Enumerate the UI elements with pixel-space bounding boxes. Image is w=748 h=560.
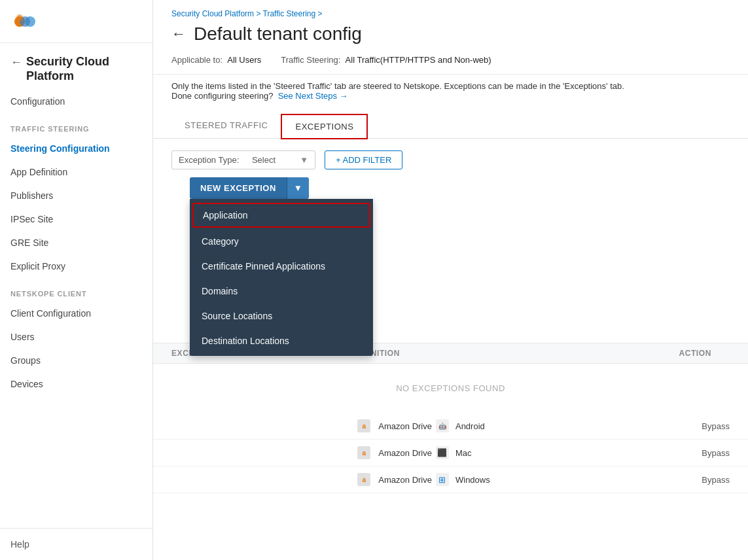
traffic-steering-meta: Traffic Steering: All Traffic(HTTP/HTTPS… bbox=[281, 55, 491, 65]
new-exception-area: NEW EXCEPTION ▼ Application Category Cer… bbox=[153, 177, 748, 199]
new-exception-button[interactable]: NEW EXCEPTION bbox=[190, 177, 287, 199]
sidebar-item-devices[interactable]: Devices bbox=[0, 372, 152, 396]
os-name-2: Mac bbox=[455, 448, 472, 458]
page-meta: Applicable to: All Users Traffic Steerin… bbox=[153, 51, 748, 74]
sidebar: ← Security Cloud Platform Configuration … bbox=[0, 0, 153, 560]
traffic-steering-section-label: TRAFFIC STEERING bbox=[0, 113, 152, 137]
new-exception-caret-button[interactable]: ▼ bbox=[287, 177, 309, 199]
amazon-drive-icon-3: a bbox=[357, 473, 370, 486]
sidebar-item-groups[interactable]: Groups bbox=[0, 349, 152, 372]
tab-steered-traffic[interactable]: STEERED TRAFFIC bbox=[171, 114, 281, 138]
netskope-logo-icon bbox=[13, 12, 43, 33]
col-action-header: ACTION bbox=[622, 349, 730, 358]
dropdown-item-application[interactable]: Application bbox=[192, 203, 370, 228]
main-content: Security Cloud Platform > Traffic Steeri… bbox=[153, 0, 748, 560]
breadcrumb: Security Cloud Platform > Traffic Steeri… bbox=[153, 0, 748, 21]
page-back-arrow-icon[interactable]: ← bbox=[171, 26, 186, 43]
amazon-drive-icon-1: a bbox=[357, 419, 370, 432]
sidebar-item-users[interactable]: Users bbox=[0, 325, 152, 349]
sidebar-item-publishers[interactable]: Publishers bbox=[0, 184, 152, 207]
caret-down-icon: ▼ bbox=[294, 183, 302, 193]
dropdown-item-category[interactable]: Category bbox=[190, 229, 373, 254]
sidebar-item-app-definition[interactable]: App Definition bbox=[0, 160, 152, 184]
sidebar-traffic-steering-section: TRAFFIC STEERING Steering Configuration … bbox=[0, 113, 152, 278]
next-steps-link[interactable]: See Next Steps → bbox=[278, 91, 348, 101]
definition-cell-2: a Amazon Drive ⬛ Mac bbox=[357, 446, 637, 459]
table-row: a Amazon Drive ⬛ Mac Bypass bbox=[153, 440, 748, 466]
table-area: EXCEPTION DEFINITION ACTION NO EXCEPTION… bbox=[153, 343, 748, 560]
netskope-client-section-label: NETSKOPE CLIENT bbox=[0, 278, 152, 302]
sidebar-back-button[interactable]: ← Security Cloud Platform bbox=[0, 43, 152, 90]
definition-cell-1: a Amazon Drive 🤖 Android bbox=[357, 419, 637, 432]
dropdown-item-source-locations[interactable]: Source Locations bbox=[190, 304, 373, 328]
page-header: ← Default tenant config bbox=[153, 21, 748, 51]
exception-type-label: Exception Type: bbox=[179, 155, 239, 165]
sidebar-item-gre-site[interactable]: GRE Site bbox=[0, 231, 152, 254]
sidebar-item-steering-configuration[interactable]: Steering Configuration bbox=[0, 137, 152, 160]
tab-exceptions[interactable]: EXCEPTIONS bbox=[281, 114, 368, 139]
select-chevron-icon: ▼ bbox=[300, 155, 308, 165]
sidebar-back-label: Security Cloud Platform bbox=[26, 55, 142, 83]
sidebar-item-configuration[interactable]: Configuration bbox=[0, 90, 152, 113]
os-name-1: Android bbox=[455, 421, 485, 431]
sidebar-general-section: Configuration bbox=[0, 90, 152, 113]
applicable-to-value: All Users bbox=[227, 55, 261, 65]
dropdown-item-certificate-pinned[interactable]: Certificate Pinned Applications bbox=[190, 254, 373, 279]
action-cell-2: Bypass bbox=[637, 448, 730, 458]
traffic-steering-label: Traffic Steering: bbox=[281, 55, 340, 65]
definition-cell-3: a Amazon Drive ⊞ Windows bbox=[357, 473, 637, 486]
breadcrumb-separator-1: > bbox=[256, 9, 262, 18]
dropdown-item-destination-locations[interactable]: Destination Locations bbox=[190, 328, 373, 353]
exception-type-value: Select bbox=[252, 155, 276, 165]
sidebar-item-ipsec-site[interactable]: IPSec Site bbox=[0, 207, 152, 231]
next-steps-prompt: Done configuring steering? bbox=[171, 91, 273, 101]
sidebar-help-link[interactable]: Help bbox=[10, 539, 142, 550]
app-name-2: Amazon Drive bbox=[378, 448, 432, 458]
amazon-drive-icon-2: a bbox=[357, 446, 370, 459]
applicable-to-meta: Applicable to: All Users bbox=[171, 55, 261, 65]
sidebar-bottom: Help bbox=[0, 528, 152, 560]
new-exception-dropdown: Application Category Certificate Pinned … bbox=[190, 199, 373, 356]
new-exception-wrapper: NEW EXCEPTION ▼ Application Category Cer… bbox=[190, 177, 309, 199]
table-row: a Amazon Drive 🤖 Android Bypass bbox=[153, 413, 748, 440]
breadcrumb-separator-2: > bbox=[318, 9, 323, 18]
action-cell-1: Bypass bbox=[637, 421, 730, 431]
add-filter-button[interactable]: + ADD FILTER bbox=[325, 150, 402, 169]
app-name-3: Amazon Drive bbox=[378, 475, 432, 485]
no-exceptions-message: NO EXCEPTIONS FOUND bbox=[153, 364, 748, 413]
sidebar-netskope-client-section: NETSKOPE CLIENT Client Configuration Use… bbox=[0, 278, 152, 396]
windows-icon: ⊞ bbox=[436, 473, 449, 486]
svg-point-3 bbox=[16, 14, 23, 21]
tabs-row: STEERED TRAFFIC EXCEPTIONS bbox=[153, 114, 748, 139]
sidebar-logo-area bbox=[0, 0, 152, 43]
exception-type-select[interactable]: Exception Type: Select ▼ bbox=[171, 150, 315, 169]
traffic-steering-value: All Traffic(HTTP/HTTPS and Non-web) bbox=[346, 55, 491, 65]
breadcrumb-part-1[interactable]: Security Cloud Platform bbox=[171, 9, 254, 18]
notice-bar: Only the items listed in the 'Steered Tr… bbox=[153, 74, 748, 107]
sidebar-item-explicit-proxy[interactable]: Explicit Proxy bbox=[0, 254, 152, 278]
breadcrumb-part-2[interactable]: Traffic Steering bbox=[263, 9, 316, 18]
page-title: Default tenant config bbox=[194, 24, 362, 44]
mac-icon: ⬛ bbox=[436, 446, 449, 459]
action-cell-3: Bypass bbox=[637, 475, 730, 485]
col-definition-header: DEFINITION bbox=[351, 349, 622, 358]
applicable-to-label: Applicable to: bbox=[171, 55, 223, 65]
sidebar-item-client-configuration[interactable]: Client Configuration bbox=[0, 302, 152, 325]
dropdown-item-domains[interactable]: Domains bbox=[190, 279, 373, 304]
notice-text: Only the items listed in the 'Steered Tr… bbox=[171, 81, 624, 91]
app-name-1: Amazon Drive bbox=[378, 421, 432, 431]
table-row: a Amazon Drive ⊞ Windows Bypass bbox=[153, 466, 748, 493]
android-icon: 🤖 bbox=[436, 419, 449, 432]
os-name-3: Windows bbox=[455, 475, 490, 485]
filter-row: Exception Type: Select ▼ + ADD FILTER bbox=[153, 139, 748, 177]
back-arrow-icon: ← bbox=[10, 56, 22, 69]
